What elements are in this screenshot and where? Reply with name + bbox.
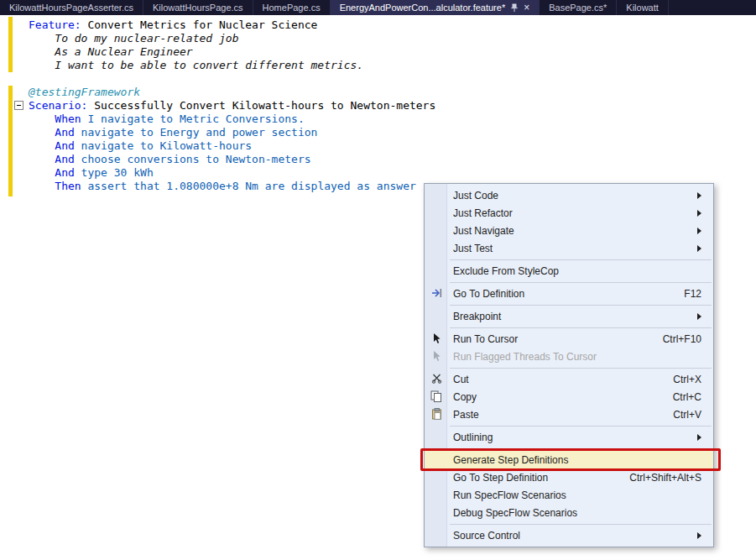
menu-item-label: Run Flagged Threads To Cursor (453, 351, 597, 363)
code-segment: Convert Metrics for Nuclear Science (81, 18, 318, 31)
menu-item-label: Copy (453, 391, 477, 403)
menu-item-label: Cut (453, 374, 469, 385)
menu-item-copy[interactable]: CopyCtrl+C (425, 388, 713, 406)
code-line: To do my nuclear-related job (29, 32, 435, 45)
code-segment: And (55, 126, 74, 139)
menu-item-label: Outlining (453, 432, 493, 443)
run-flagged-threads-icon (430, 350, 443, 363)
menu-item-outlining[interactable]: Outlining (425, 428, 713, 446)
submenu-arrow-icon (697, 532, 701, 539)
tab-kilowatthourspage-cs[interactable]: KilowattHoursPage.cs (143, 0, 253, 15)
menu-item-label: Just Code (453, 190, 498, 201)
menu-item-run-to-cursor[interactable]: Run To CursorCtrl+F10 (425, 330, 713, 348)
change-tracking-bar (8, 86, 13, 196)
menu-item-go-to-definition[interactable]: Go To DefinitionF12 (425, 285, 713, 302)
code-segment: navigate to Kilowatt-hours (75, 139, 252, 152)
menu-item-label: Generate Step Definitions (453, 454, 568, 466)
code-line: @testingFramework (29, 86, 435, 99)
close-icon[interactable]: × (524, 3, 529, 13)
submenu-arrow-icon (697, 210, 701, 217)
run-to-cursor-icon (430, 332, 443, 345)
menu-shortcut: Ctrl+X (673, 374, 701, 385)
context-menu: Just CodeJust RefactorJust NavigateJust … (424, 183, 714, 547)
code-segment (29, 139, 55, 152)
go-to-definition-icon (430, 287, 443, 300)
change-tracking-bar (8, 17, 13, 72)
code-segment: @testingFramework (29, 86, 140, 98)
code-line: I want to be able to convert different m… (29, 59, 435, 72)
code-line: And navigate to Kilowatt-hours (29, 139, 435, 153)
scissors-icon (430, 373, 443, 385)
code-segment (29, 180, 55, 192)
menu-item-label: Breakpoint (453, 311, 501, 322)
submenu-arrow-icon (697, 434, 701, 441)
code-segment: assert that 1.080000e+8 Nm are displayed… (81, 180, 416, 192)
code-segment: When (55, 113, 81, 125)
menu-item-run-specflow-scenarios[interactable]: Run SpecFlow Scenarios (425, 486, 713, 504)
menu-item-just-navigate[interactable]: Just Navigate (425, 222, 713, 239)
tab-homepage-cs[interactable]: HomePage.cs (253, 0, 331, 15)
menu-item-label: Run SpecFlow Scenarios (453, 489, 566, 501)
submenu-arrow-icon (697, 313, 701, 320)
code-segment: And (55, 166, 74, 179)
menu-item-label: Debug SpecFlow Scenarios (453, 507, 577, 519)
code-line: And navigate to Energy and power section (29, 126, 435, 139)
tab-label: KilowattHoursPage.cs (153, 3, 243, 13)
code-segment: I navigate to Metric Conversions. (81, 113, 305, 125)
menu-item-label: Source Control (453, 530, 520, 542)
submenu-arrow-icon (697, 228, 701, 234)
menu-item-paste[interactable]: PasteCtrl+V (425, 406, 713, 423)
code-segment (29, 113, 55, 125)
code-segment (29, 153, 55, 165)
pin-icon[interactable] (511, 3, 518, 13)
code-area: Feature: Convert Metrics for Nuclear Sci… (29, 18, 435, 193)
code-segment: To do my nuclear-related job (29, 32, 238, 44)
code-line: Feature: Convert Metrics for Nuclear Sci… (29, 18, 435, 32)
menu-item-cut[interactable]: CutCtrl+X (425, 370, 713, 388)
tab-label: HomePage.cs (263, 3, 321, 13)
code-segment: As a Nuclear Engineer (29, 45, 193, 58)
tab-energyandpowercon-alculator-feature[interactable]: EnergyAndPowerCon...alculator.feature*× (331, 0, 540, 15)
tab-label: EnergyAndPowerCon...alculator.feature* (340, 3, 506, 13)
menu-item-label: Exclude From StyleCop (453, 265, 559, 277)
tab-kilowatt[interactable]: Kilowatt (617, 0, 669, 15)
tab-basepage-cs[interactable]: BasePage.cs* (540, 0, 617, 15)
menu-item-label: Paste (453, 409, 479, 421)
menu-shortcut: Ctrl+C (673, 391, 701, 403)
menu-item-label: Run To Cursor (453, 333, 518, 345)
menu-item-source-control[interactable]: Source Control (425, 526, 713, 544)
menu-item-just-test[interactable]: Just Test (425, 239, 713, 257)
code-segment: choose conversions to Newton-meters (75, 153, 311, 165)
code-segment: Scenario: (29, 99, 87, 112)
tab-bar: KilowattHoursPageAsserter.csKilowattHour… (0, 0, 756, 15)
menu-item-generate-step-definitions[interactable]: Generate Step Definitions (425, 451, 713, 468)
code-segment: And (55, 139, 74, 152)
tab-label: KilowattHoursPageAsserter.cs (9, 3, 133, 13)
menu-item-exclude-from-stylecop[interactable]: Exclude From StyleCop (425, 262, 713, 280)
code-segment: Successfully Convert Kilowatt-hours to N… (87, 99, 435, 112)
code-segment: Feature: (29, 18, 81, 31)
paste-icon (430, 408, 443, 421)
menu-shortcut: F12 (684, 288, 701, 300)
collapse-toggle-icon[interactable] (14, 101, 23, 110)
code-segment: type 30 kWh (75, 166, 154, 179)
menu-item-label: Go To Definition (453, 288, 524, 300)
code-segment: And (55, 153, 74, 165)
code-segment (29, 126, 55, 139)
menu-item-debug-specflow-scenarios[interactable]: Debug SpecFlow Scenarios (425, 504, 713, 521)
menu-item-just-code[interactable]: Just Code (425, 186, 713, 204)
menu-shortcut: Ctrl+V (673, 409, 701, 421)
code-line: And type 30 kWh (29, 166, 435, 180)
menu-item-just-refactor[interactable]: Just Refactor (425, 204, 713, 222)
code-line: Then assert that 1.080000e+8 Nm are disp… (29, 180, 435, 193)
copy-icon (430, 390, 443, 403)
tab-label: Kilowatt (626, 3, 659, 13)
menu-shortcut: Ctrl+Shift+Alt+S (629, 472, 701, 484)
menu-item-breakpoint[interactable]: Breakpoint (425, 307, 713, 325)
code-line: And choose conversions to Newton-meters (29, 153, 435, 166)
tab-kilowatthourspageasserter-cs[interactable]: KilowattHoursPageAsserter.cs (0, 0, 143, 15)
menu-shortcut: Ctrl+F10 (663, 333, 701, 345)
menu-item-go-to-step-definition[interactable]: Go To Step DefinitionCtrl+Shift+Alt+S (425, 468, 713, 486)
code-line: When I navigate to Metric Conversions. (29, 113, 435, 126)
menu-item-label: Just Test (453, 243, 493, 254)
